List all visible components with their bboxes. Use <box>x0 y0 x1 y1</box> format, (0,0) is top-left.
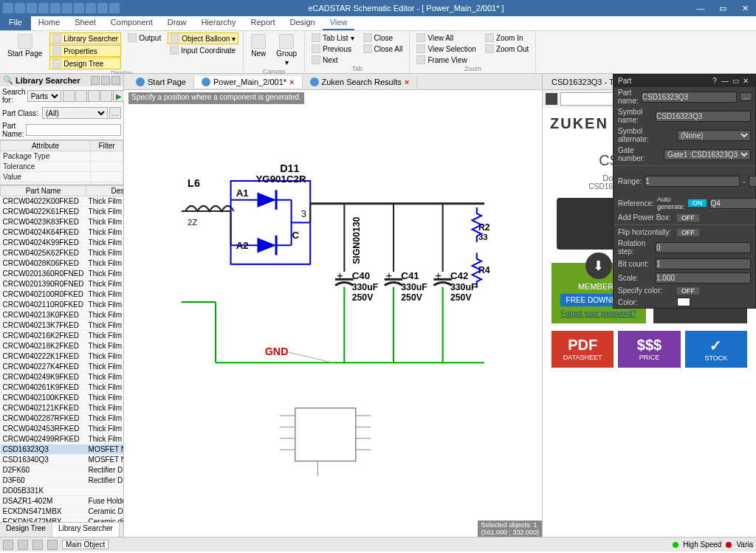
view-all-button[interactable]: View All <box>414 32 478 43</box>
forgot-link[interactable]: Forgot your password? <box>561 309 636 317</box>
part-row[interactable]: CRCW0402100R0FKEDThick Film Resistors - … <box>1 289 124 300</box>
close-icon[interactable]: ✕ <box>740 77 751 85</box>
ribbon-tab-design[interactable]: Design <box>282 16 322 30</box>
qat-icon[interactable] <box>38 3 49 13</box>
run-search-button[interactable]: ▶ <box>113 90 125 102</box>
close-tab-icon[interactable]: × <box>289 78 294 86</box>
quick-access-toolbar[interactable] <box>0 3 123 13</box>
rotation-field[interactable] <box>656 242 751 253</box>
bitcount-field[interactable] <box>656 258 751 269</box>
part-row[interactable]: CRCW04028K06FKEDThick Film Resistors - S <box>1 258 124 269</box>
part-row[interactable]: CRCW040222K1FKEDThick Film Resistors - S <box>1 351 124 362</box>
scale-field[interactable] <box>656 272 751 284</box>
part-row[interactable]: CRCW0402499RFKEDThick Film Resistors - S <box>1 434 124 444</box>
doc-tab-start[interactable]: Start Page <box>128 76 194 88</box>
action-btn[interactable] <box>88 90 100 102</box>
main-object-select[interactable]: Main Object <box>62 540 109 549</box>
library-searcher-tab[interactable]: Library Searcher <box>52 523 120 537</box>
part-row[interactable]: CRCW040213K7FKEDThick Film Resistors - S <box>1 320 124 331</box>
browse-button[interactable]: ... <box>740 92 753 101</box>
attr-filter[interactable] <box>91 151 123 162</box>
view-selection-button[interactable]: View Selection <box>414 44 478 54</box>
qat-icon[interactable] <box>97 3 108 13</box>
part-row[interactable]: D3F60Rectifier Diode VRM=6V <box>1 475 124 486</box>
part-row[interactable]: CRCW0201360R0FNEDThick Film Resistors - … <box>1 269 124 279</box>
part-name-input[interactable] <box>26 124 121 136</box>
part-row[interactable]: CRCW0402453RFKEDThick Film Resistors - S <box>1 424 124 434</box>
properties-button[interactable]: Properties <box>49 45 121 57</box>
range-to[interactable] <box>749 176 756 187</box>
part-row[interactable]: CSD16323Q3MOSFET N-Ch NexFET <box>1 444 124 455</box>
ribbon-tab-report[interactable]: Report <box>243 16 282 30</box>
part-row[interactable]: CRCW040227K4FKEDThick Film Resistors - S <box>1 362 124 372</box>
part-row[interactable]: CRCW0402100KFKEDThick Film Resistors - S <box>1 393 124 403</box>
range-from[interactable] <box>645 176 740 187</box>
attr-name[interactable]: Value <box>1 172 91 182</box>
part-row[interactable]: D2FK60Rectifier Diode <box>1 465 124 475</box>
part-list[interactable]: Part NameDescription CRCW04022K00FKEDThi… <box>0 185 123 522</box>
part-row[interactable]: CRCW0201390R0FNEDThick Film Resistors - … <box>1 279 124 289</box>
attr-name[interactable]: Tolerance <box>1 162 91 172</box>
part-row[interactable]: CSD16340Q3MOSFET N Ch NexFET I <box>1 455 124 465</box>
zoom-in-button[interactable]: Zoom In <box>483 32 531 43</box>
part-row[interactable]: CRCW040216K2FKEDThick Film Resistors - S <box>1 331 124 341</box>
color-swatch[interactable] <box>677 298 690 306</box>
flip-toggle[interactable]: OFF <box>677 229 699 236</box>
design-tree-tab[interactable]: Design Tree <box>0 523 52 537</box>
file-tab[interactable]: File <box>0 16 31 30</box>
group-canvas-button[interactable]: Group▾ <box>273 32 300 68</box>
part-row[interactable]: CRCW04024K64FKEDThick Film Resistors - S <box>1 227 124 238</box>
more-button[interactable]: … <box>109 107 121 119</box>
close-all-button[interactable]: Close All <box>361 44 405 54</box>
next-button[interactable]: Next <box>309 55 356 65</box>
qat-icon[interactable] <box>15 3 25 13</box>
input-coordinate-button[interactable]: Input Coordinate <box>168 45 238 55</box>
attr-filter[interactable] <box>91 172 123 182</box>
attr-name[interactable]: Package Type <box>1 151 91 162</box>
start-page-button[interactable]: Start Page <box>4 32 45 59</box>
close-button[interactable]: ✕ <box>734 4 756 13</box>
part-row[interactable]: ECKDNS471MBXCeramic Disk Capacitor <box>1 506 124 517</box>
specify-color-toggle[interactable]: OFF <box>677 287 699 295</box>
ribbon-tab-hierarchy[interactable]: Hierarchy <box>193 16 243 30</box>
previous-button[interactable]: Previous <box>309 44 356 54</box>
price-tile[interactable]: $$$PRICE <box>618 331 680 368</box>
design-tree-button[interactable]: Design Tree <box>49 58 121 69</box>
minimize-icon[interactable]: — <box>720 77 730 85</box>
auto-generate-toggle[interactable]: ON <box>688 199 707 207</box>
qat-icon[interactable] <box>74 3 84 13</box>
ref-field[interactable] <box>709 198 756 209</box>
part-row[interactable]: CRCW04024K99FKEDThick Film Resistors - S <box>1 238 124 248</box>
status-icon[interactable] <box>3 540 13 550</box>
maximize-button[interactable]: ▭ <box>712 4 734 13</box>
attr-filter[interactable] <box>91 162 123 172</box>
part-row[interactable]: CRCW040218K2FKEDThick Film Resistors - S <box>1 341 124 351</box>
part-row[interactable]: DD05B331K <box>1 486 124 496</box>
qat-icon[interactable] <box>109 3 120 13</box>
zoom-out-button[interactable]: Zoom Out <box>483 44 531 54</box>
doc-tab-power[interactable]: Power_Main_2/001*× <box>194 76 303 88</box>
part-row[interactable]: DSAZR1-402MFuse Holder <box>1 496 124 506</box>
status-icon[interactable] <box>18 540 28 550</box>
part-name-field[interactable] <box>642 92 737 103</box>
symbol-alt-select[interactable]: (None) <box>677 130 751 141</box>
status-icon[interactable] <box>32 540 43 550</box>
refresh-icon[interactable] <box>91 76 100 85</box>
library-searcher-button[interactable]: Library Searcher <box>49 32 121 44</box>
status-icon[interactable] <box>47 540 58 550</box>
part-row[interactable]: CRCW04025K62FKEDThick Film Resistors - S <box>1 248 124 258</box>
close-panel-icon[interactable] <box>111 76 120 85</box>
ribbon-tab-sheet[interactable]: Sheet <box>67 16 103 30</box>
package-image[interactable] <box>557 198 616 250</box>
part-row[interactable]: ECKDNS472MBXCeramic disk Capacitor <box>1 517 124 523</box>
qat-icon[interactable] <box>50 3 61 13</box>
qat-icon[interactable] <box>27 3 37 13</box>
add-power-box-toggle[interactable]: OFF <box>677 214 699 221</box>
qat-icon[interactable] <box>86 3 96 13</box>
doc-tab-zuken[interactable]: Zuken Search Results× <box>303 76 418 88</box>
part-row[interactable]: CRCW04022K61FKEDThick Film Resistors - S <box>1 207 124 217</box>
qat-icon[interactable] <box>3 3 13 13</box>
part-row[interactable]: CRCW040261K9FKEDThick Film Resistors - S <box>1 382 124 393</box>
part-row[interactable]: CRCW0402121KFKEDThick Film Resistors - S <box>1 403 124 413</box>
action-btn[interactable] <box>100 90 112 102</box>
